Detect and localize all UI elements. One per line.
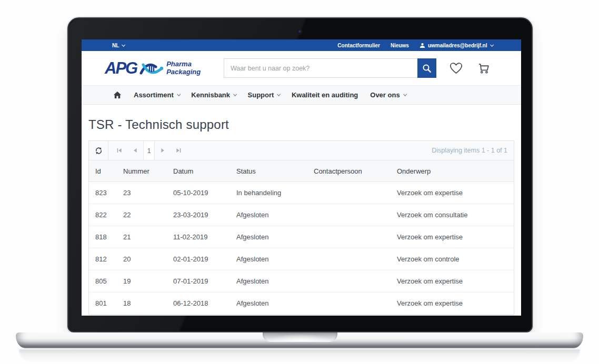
cell-nummer: 22 — [123, 211, 173, 219]
nav-item-assortiment[interactable]: Assortiment — [134, 91, 179, 99]
table-row[interactable]: 801 18 06-12-2018 Afgesloten Verzoek om … — [89, 292, 514, 315]
cell-status: In behandeling — [236, 189, 314, 197]
home-icon — [113, 91, 122, 99]
chevron-down-icon — [490, 43, 493, 46]
nav-item-label: Over ons — [370, 91, 400, 99]
cell-nummer: 18 — [123, 299, 173, 307]
cell-datum: 05-10-2019 — [173, 189, 236, 197]
topbar-link-contactformulier[interactable]: Contactformulier — [337, 43, 380, 48]
cart-icon — [477, 62, 491, 75]
nav-home-button[interactable] — [113, 91, 122, 99]
nav-item-support[interactable]: Support — [248, 91, 279, 99]
cell-id: 812 — [95, 255, 123, 263]
cell-onderwerp: Verzoek om consultatie — [397, 211, 507, 219]
nav-item-kennisbank[interactable]: Kennisbank — [191, 91, 235, 99]
nav-item-label: Support — [248, 91, 274, 99]
cell-id: 818 — [95, 233, 123, 241]
chevron-down-icon — [122, 43, 125, 46]
wishlist-button[interactable] — [449, 62, 463, 75]
logo-tagline: Pharma Packaging — [166, 60, 201, 75]
browser-viewport: NL Contactformulier Nieuws uwmailadres@b… — [82, 39, 521, 316]
chevron-down-icon — [277, 93, 281, 96]
cell-onderwerp: Verzoek om expertise — [397, 189, 507, 197]
cell-datum: 07-01-2019 — [173, 277, 236, 285]
cell-nummer: 21 — [123, 233, 173, 241]
grid-toolbar: 1 Displaying ite — [89, 141, 514, 160]
language-selector[interactable]: NL — [112, 43, 124, 48]
account-email: uwmailadres@bedrijf.nl — [428, 43, 487, 48]
chevron-down-icon — [234, 93, 237, 96]
cell-id: 805 — [95, 277, 123, 285]
previous-page-button[interactable] — [127, 141, 143, 160]
laptop-base — [16, 332, 583, 348]
previous-page-icon — [132, 147, 138, 154]
user-icon — [420, 43, 425, 48]
nav-item-kwaliteit-en-auditing[interactable]: Kwaliteit en auditing — [292, 91, 358, 99]
logo-wordmark: APG — [105, 60, 137, 76]
logo-tagline-line2: Packaging — [166, 68, 201, 76]
cell-nummer: 20 — [123, 255, 173, 263]
refresh-button[interactable] — [89, 141, 108, 160]
cell-datum: 11-02-2019 — [173, 233, 236, 241]
last-page-button[interactable] — [171, 141, 186, 160]
logo[interactable]: APG Pharma Packaging — [105, 59, 213, 77]
table-row[interactable]: 805 19 07-01-2019 Afgesloten Verzoek om … — [89, 270, 514, 292]
column-header-nummer[interactable]: Nummer — [123, 167, 173, 175]
nav-item-label: Kennisbank — [191, 91, 230, 99]
search-icon — [422, 64, 432, 73]
cell-onderwerp: Verzoek om expertise — [397, 277, 507, 285]
current-page-indicator[interactable]: 1 — [143, 141, 155, 160]
cell-nummer: 19 — [123, 277, 173, 285]
column-header-id[interactable]: Id — [95, 167, 123, 175]
cell-datum: 06-12-2018 — [173, 299, 236, 307]
top-utility-bar: NL Contactformulier Nieuws uwmailadres@b… — [82, 39, 521, 51]
cell-status: Afgesloten — [236, 255, 314, 263]
header-icons — [449, 62, 491, 75]
search-input[interactable] — [224, 58, 417, 78]
chevron-down-icon — [403, 93, 406, 96]
search-bar — [224, 58, 436, 78]
search-button[interactable] — [417, 58, 436, 78]
table-row[interactable]: 823 23 05-10-2019 In behandeling Verzoek… — [89, 182, 514, 204]
next-page-icon — [159, 147, 166, 154]
table-row[interactable]: 812 20 02-01-2019 Afgesloten Verzoek om … — [89, 248, 514, 270]
next-page-button[interactable] — [155, 141, 171, 160]
first-page-icon — [116, 147, 123, 154]
laptop-base-notch — [263, 332, 337, 342]
grid-status-text: Displaying items 1 - 1 of 1 — [432, 147, 514, 154]
cell-id: 801 — [95, 299, 123, 307]
cell-status: Afgesloten — [236, 233, 314, 241]
cell-status: Afgesloten — [236, 299, 314, 307]
nav-item-label: Kwaliteit en auditing — [292, 91, 358, 99]
webcam-dot — [298, 30, 302, 34]
tsr-grid: 1 Displaying ite — [88, 140, 514, 315]
cell-datum: 02-01-2019 — [173, 255, 236, 263]
first-page-button[interactable] — [112, 141, 127, 160]
column-header-datum[interactable]: Datum — [173, 167, 236, 175]
heart-icon — [449, 62, 463, 75]
main-navigation: Assortiment Kennisbank Support Kwaliteit… — [82, 85, 521, 105]
cell-nummer: 23 — [123, 189, 173, 197]
table-row[interactable]: 818 21 11-02-2019 Afgesloten Verzoek om … — [89, 226, 514, 248]
site-header: APG Pharma Packaging — [82, 51, 521, 85]
laptop-reflection — [19, 349, 580, 363]
page-content: TSR - Technisch support — [82, 117, 521, 315]
language-label: NL — [112, 43, 119, 48]
cell-id: 822 — [95, 211, 123, 219]
page-title: TSR - Technisch support — [88, 117, 514, 132]
cart-button[interactable] — [477, 62, 491, 75]
cell-datum: 23-03-2019 — [173, 211, 236, 219]
chevron-down-icon — [177, 93, 180, 96]
nav-item-over-ons[interactable]: Over ons — [370, 91, 405, 99]
column-header-onderwerp[interactable]: Onderwerp — [397, 167, 507, 175]
grid-header-row: Id Nummer Datum Status Contactpersoon On… — [89, 160, 514, 182]
table-row[interactable]: 822 22 23-03-2019 Afgesloten Verzoek om … — [89, 204, 514, 226]
column-header-contactpersoon[interactable]: Contactpersoon — [314, 167, 397, 175]
account-menu[interactable]: uwmailadres@bedrijf.nl — [420, 43, 492, 48]
pagination: 1 — [112, 141, 186, 160]
topbar-link-nieuws[interactable]: Nieuws — [391, 43, 409, 48]
nav-item-label: Assortiment — [134, 91, 174, 99]
cell-id: 823 — [95, 189, 123, 197]
column-header-status[interactable]: Status — [236, 167, 314, 175]
logo-tagline-line1: Pharma — [166, 60, 201, 68]
